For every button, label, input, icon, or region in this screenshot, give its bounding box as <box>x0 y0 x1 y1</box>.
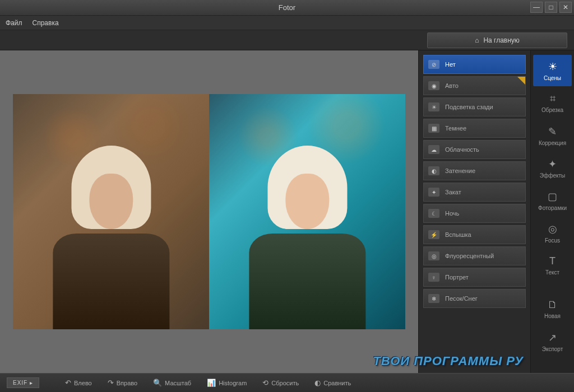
tool-label: Обрезка <box>541 107 563 113</box>
tool-label: Эффекты <box>540 172 565 179</box>
scene-icon: ⊘ <box>428 60 439 69</box>
tool-item[interactable]: ⌗Обрезка <box>533 87 572 119</box>
maximize-button[interactable]: □ <box>545 2 557 13</box>
scene-icon: ☁ <box>428 145 439 154</box>
scene-icon: ♀ <box>428 273 439 282</box>
home-button[interactable]: ⌂ На главную <box>427 32 567 48</box>
app-title: Fotor <box>279 3 295 12</box>
tool-item[interactable]: ✎Коррекция <box>533 120 572 151</box>
scene-item[interactable]: ❄Песок/Снег <box>423 289 526 308</box>
rotate-right-icon: ↷ <box>108 379 114 387</box>
minimize-button[interactable]: — <box>530 2 543 13</box>
scene-label: Облачность <box>445 146 479 153</box>
home-icon: ⌂ <box>475 36 479 44</box>
scene-item[interactable]: ✦Закат <box>423 183 526 202</box>
scene-label: Авто <box>445 82 459 89</box>
close-button[interactable]: ✕ <box>559 2 572 13</box>
compare-button[interactable]: ◐Сравнить <box>309 376 357 389</box>
rotate-left-button[interactable]: ↶Влево <box>59 376 98 389</box>
canvas-area <box>0 50 418 373</box>
histogram-button[interactable]: 📊Histogram <box>201 376 252 389</box>
bottom-bar: EXIF ▸ ↶Влево ↷Вправо 🔍Масштаб 📊Histogra… <box>0 373 574 392</box>
scene-item[interactable]: ♀Портрет <box>423 268 526 287</box>
scene-item[interactable]: ◎Флуоресцентный <box>423 246 526 265</box>
tool-label: Новая <box>544 313 561 319</box>
scene-icon: ◉ <box>428 81 439 90</box>
tool-label: Экспорт <box>542 346 563 352</box>
histogram-icon: 📊 <box>207 379 216 387</box>
tool-icon: 🗋 <box>548 299 558 311</box>
zoom-button[interactable]: 🔍Масштаб <box>147 376 197 389</box>
tool-icon: ⌗ <box>550 93 556 105</box>
tool-item[interactable]: TТекст <box>533 250 572 281</box>
tool-item[interactable]: ✦Эффекты <box>533 152 572 184</box>
tool-label: Сцены <box>544 75 561 81</box>
tool-label: Focus <box>545 237 560 244</box>
tool-icon: T <box>549 255 556 267</box>
window-controls: — □ ✕ <box>530 2 572 13</box>
scene-icon: ❄ <box>428 294 439 303</box>
tool-item[interactable]: ↗Экспорт <box>533 326 572 357</box>
scene-label: Закат <box>445 189 461 195</box>
scene-icon: ✦ <box>428 188 439 197</box>
home-label: На главную <box>483 36 519 44</box>
rotate-right-button[interactable]: ↷Вправо <box>102 376 143 389</box>
scene-icon: ⚡ <box>428 230 439 239</box>
tool-icon: ↗ <box>548 332 557 344</box>
scene-label: Затенение <box>445 167 475 174</box>
tool-item[interactable]: ◎Focus <box>533 217 572 249</box>
scene-item[interactable]: ⊘Нет <box>423 55 526 74</box>
titlebar: Fotor — □ ✕ <box>0 0 574 16</box>
tool-item[interactable]: ▢Фоторамки <box>533 185 572 216</box>
rotate-left-icon: ↶ <box>65 379 71 387</box>
tool-item[interactable]: 🗋Новая <box>533 293 572 325</box>
scene-label: Флуоресцентный <box>445 253 494 259</box>
tool-icon: ✦ <box>548 158 557 170</box>
top-panel: ⌂ На главную <box>0 30 574 50</box>
tool-icon: ☀ <box>548 60 557 73</box>
tool-item[interactable]: ☀Сцены <box>533 55 572 86</box>
tool-sidebar: ☀Сцены⌗Обрезка✎Коррекция✦Эффекты▢Фоторам… <box>530 50 574 373</box>
menu-help[interactable]: Справка <box>33 19 59 27</box>
reset-icon: ⟲ <box>262 379 269 387</box>
scene-label: Ночь <box>445 210 459 217</box>
scene-item[interactable]: ▦Темнее <box>423 119 526 138</box>
menubar: Файл Справка <box>0 16 574 30</box>
tool-icon: ✎ <box>548 125 557 138</box>
image-before <box>13 94 209 329</box>
scene-icon: ☾ <box>428 209 439 218</box>
scene-label: Темнее <box>445 125 466 132</box>
menu-file[interactable]: Файл <box>6 19 22 27</box>
scene-label: Портрет <box>445 274 469 281</box>
tool-label: Коррекция <box>539 140 566 146</box>
scene-icon: ◎ <box>428 251 439 260</box>
scene-item[interactable]: ⚡Вспышка <box>423 225 526 244</box>
scene-icon: ▦ <box>428 124 439 133</box>
scene-item[interactable]: ☾Ночь <box>423 204 526 223</box>
tool-label: Фоторамки <box>538 205 567 211</box>
scene-item[interactable]: ◐Затенение <box>423 161 526 180</box>
scene-label: Подсветка сзади <box>445 104 493 110</box>
tool-icon: ◎ <box>548 223 557 235</box>
tool-icon: ▢ <box>548 190 557 203</box>
image-after <box>209 94 405 329</box>
scene-icon: ◐ <box>428 166 439 175</box>
scene-label: Нет <box>445 61 456 68</box>
scene-item[interactable]: ☁Облачность <box>423 140 526 159</box>
scene-item[interactable]: ☀Подсветка сзади <box>423 97 526 116</box>
scene-label: Песок/Снег <box>445 295 478 302</box>
exif-button[interactable]: EXIF ▸ <box>7 377 39 388</box>
image-compare[interactable] <box>13 94 405 329</box>
scene-icon: ☀ <box>428 102 439 111</box>
compare-icon: ◐ <box>314 379 321 387</box>
scene-list: ⊘Нет◉Авто☀Подсветка сзади▦Темнее☁Облачно… <box>418 50 530 373</box>
reset-button[interactable]: ⟲Сбросить <box>257 376 304 389</box>
tool-label: Текст <box>545 269 559 276</box>
scene-label: Вспышка <box>445 231 471 238</box>
zoom-icon: 🔍 <box>153 379 162 387</box>
scene-item[interactable]: ◉Авто <box>423 76 526 95</box>
star-badge-icon <box>517 77 525 85</box>
